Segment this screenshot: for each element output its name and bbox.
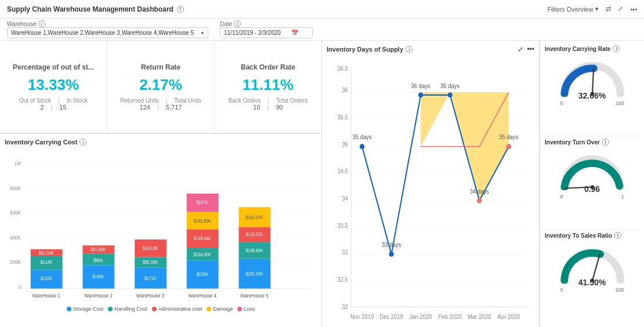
gauge-sales-ratio-info[interactable]: ℹ: [614, 232, 621, 239]
kpi-out-of-stock-title: Percentage of out of st...: [13, 63, 94, 71]
top-bar: Supply Chain Warehouse Management Dashbo…: [0, 0, 644, 19]
svg-text:Jan 2020: Jan 2020: [410, 313, 433, 319]
svg-text:800K: 800K: [10, 185, 21, 191]
kpi-back-order-title: Back Order Rate: [241, 63, 295, 71]
dashboard-title: Supply Chain Warehouse Management Dashbo…: [7, 5, 184, 13]
kpi-out-of-stock: Percentage of out of st... 13.33% Out of…: [0, 41, 107, 133]
gauge-carrying-rate-info[interactable]: ℹ: [613, 45, 620, 52]
warehouse-select-wrapper: WareHouse 1,WareHouse 2,WareHouse 3,Ware…: [7, 27, 208, 38]
svg-text:34.5: 34.5: [337, 168, 348, 175]
kpi-return-rate-title: Return Rate: [141, 63, 180, 71]
filters-overview-label[interactable]: Filters Overview ▾: [548, 5, 599, 13]
right-panel: Inventory Carrying Rate ℹ 32.66% 0 100 I…: [540, 41, 644, 327]
legend-storage-dot: [67, 307, 71, 311]
date-info-icon[interactable]: ℹ: [234, 20, 241, 27]
svg-text:32.5: 32.5: [337, 277, 348, 283]
legend-loss-dot: [237, 307, 242, 311]
carrying-cost-info-icon[interactable]: ℹ: [79, 139, 86, 146]
legend-storage: Storage Cost: [67, 306, 104, 312]
svg-text:35.5: 35.5: [337, 114, 348, 121]
gauge-carrying-rate-value: 32.66%: [578, 91, 606, 100]
svg-text:35 days: 35 days: [352, 134, 371, 140]
svg-text:36 days: 36 days: [411, 82, 430, 89]
inv-days-svg: 32 32.5 33 33.5 34 34.5 35 35.5 36 36.5 …: [327, 56, 534, 327]
carrying-cost-title: Inventory Carrying Cost: [5, 139, 77, 146]
gauge-turn-over: Inventory Turn Over ℹ 0.96 0 1: [545, 139, 639, 230]
inv-days-chart: Inventory Days of Supply ℹ ⤢ ••• 32 32.5…: [322, 41, 540, 327]
svg-point-27: [360, 144, 364, 149]
kpi-back-order-labels: Back Orders | Total Orders: [225, 97, 312, 104]
more-icon[interactable]: •••: [630, 6, 637, 13]
svg-text:1M: 1M: [15, 161, 21, 167]
svg-text:$142.50K: $142.50K: [194, 218, 212, 224]
svg-text:Mar 2020: Mar 2020: [468, 313, 491, 319]
svg-text:$52.54K: $52.54K: [39, 250, 55, 256]
carrying-cost-legend: Storage Cost Handling Cost Administrativ…: [5, 306, 317, 312]
svg-text:200K: 200K: [10, 259, 21, 266]
gauge-carrying-rate-svg: [555, 53, 630, 97]
svg-text:0: 0: [18, 284, 20, 290]
warehouse-info-icon[interactable]: ℹ: [38, 20, 45, 27]
more-chart-icon[interactable]: •••: [527, 45, 534, 53]
svg-text:34 days: 34 days: [470, 188, 489, 195]
svg-text:WareHouse 2: WareHouse 2: [84, 293, 112, 299]
chevron-down-icon: ▾: [595, 5, 599, 13]
svg-line-80: [592, 255, 600, 281]
date-filter[interactable]: 11/11/2019 - 2/3/2020 📅: [220, 27, 313, 38]
inv-days-info-icon[interactable]: ℹ: [406, 46, 413, 53]
expand-icon[interactable]: ⤢: [618, 5, 623, 13]
legend-handling-dot: [108, 307, 113, 311]
kpi-return-rate-value: 2.17%: [139, 76, 182, 94]
svg-text:33.5: 33.5: [337, 223, 348, 229]
warehouse-label: Warehouse ℹ: [7, 20, 208, 27]
svg-text:32: 32: [342, 304, 348, 310]
svg-text:$147K: $147K: [197, 199, 209, 205]
svg-text:$152K: $152K: [41, 276, 53, 282]
svg-text:Nov 2019: Nov 2019: [350, 313, 374, 319]
kpi-out-of-stock-labels: Out of Stock | In Stock: [16, 97, 91, 104]
kpi-return-rate-labels: Returned Units | Total Units: [117, 97, 205, 104]
inv-days-controls: ⤢ •••: [518, 45, 534, 53]
gauge-turn-over-svg: [555, 147, 630, 190]
inv-days-title: Inventory Days of Supply: [327, 46, 403, 53]
gauge-carrying-rate-label: Inventory Carrying Rate ℹ: [545, 45, 620, 52]
svg-point-30: [447, 92, 452, 97]
svg-text:34: 34: [342, 195, 348, 202]
kpi-out-of-stock-value: 13.33%: [28, 76, 79, 94]
svg-text:WareHouse 1: WareHouse 1: [32, 293, 60, 299]
sync-icon[interactable]: ⇄: [606, 5, 611, 13]
legend-handling: Handling Cost: [108, 306, 147, 312]
carrying-cost-header: Inventory Carrying Cost ℹ: [5, 139, 317, 146]
legend-damage-dot: [207, 307, 211, 311]
calendar-icon: 📅: [291, 30, 298, 36]
date-label: Date ℹ: [220, 20, 313, 27]
svg-text:33 days: 33 days: [382, 242, 401, 248]
svg-text:$95K: $95K: [93, 257, 103, 263]
gauge-turn-over-info[interactable]: ℹ: [602, 139, 609, 146]
svg-text:Apr 2020: Apr 2020: [498, 313, 520, 319]
expand-chart-icon[interactable]: ⤢: [518, 45, 523, 53]
kpi-out-of-stock-numbers: 2 | 15: [37, 104, 70, 111]
svg-text:$65.66K: $65.66K: [91, 247, 106, 253]
gauge-turn-over-label: Inventory Turn Over ℹ: [545, 139, 609, 146]
warehouse-filter-group: Warehouse ℹ WareHouse 1,WareHouse 2,Ware…: [7, 20, 208, 38]
svg-text:$228K: $228K: [197, 271, 209, 277]
title-info-icon[interactable]: ℹ: [177, 6, 184, 13]
kpi-row: Percentage of out of st... 13.33% Out of…: [0, 41, 322, 133]
svg-text:$118.52K: $118.52K: [245, 231, 263, 237]
gauge-turn-over-range: 0 1: [560, 194, 624, 199]
inv-days-title-group: Inventory Days of Supply ℹ: [327, 46, 413, 53]
legend-admin-dot: [152, 307, 157, 311]
svg-text:$138.60K: $138.60K: [245, 248, 263, 253]
svg-text:33: 33: [342, 249, 348, 256]
title-text: Supply Chain Warehouse Management Dashbo…: [7, 5, 173, 13]
svg-text:WareHouse 3: WareHouse 3: [136, 293, 164, 299]
legend-damage: Damage: [207, 306, 233, 312]
svg-text:$164.07K: $164.07K: [245, 215, 263, 220]
carrying-cost-svg: 0 200K 400K 600K 800K 1M $152K $114K $52…: [5, 148, 317, 303]
date-filter-group: Date ℹ 11/11/2019 - 2/3/2020 📅: [220, 20, 313, 38]
svg-text:$104.50K: $104.50K: [194, 252, 212, 257]
svg-text:$241.50K: $241.50K: [245, 271, 263, 277]
warehouse-select[interactable]: WareHouse 1,WareHouse 2,WareHouse 3,Ware…: [7, 27, 208, 38]
svg-text:WareHouse 4: WareHouse 4: [189, 293, 216, 299]
